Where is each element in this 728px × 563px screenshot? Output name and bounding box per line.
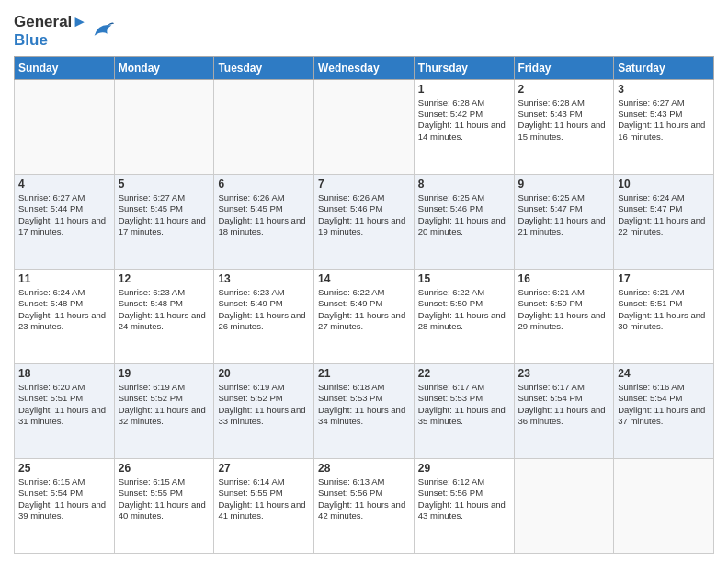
day-number: 13: [218, 272, 310, 285]
calendar-cell: [114, 79, 214, 174]
day-number: 21: [318, 367, 410, 380]
day-number: 29: [418, 462, 510, 475]
day-header-tuesday: Tuesday: [214, 56, 314, 79]
logo: General► Blue: [14, 13, 116, 51]
day-number: 15: [418, 272, 510, 285]
calendar-cell: 18Sunrise: 6:20 AM Sunset: 5:51 PM Dayli…: [15, 363, 115, 458]
calendar-cell: 4Sunrise: 6:27 AM Sunset: 5:44 PM Daylig…: [15, 174, 115, 269]
day-number: 1: [418, 83, 510, 96]
day-number: 28: [318, 462, 410, 475]
calendar-cell: [314, 79, 415, 174]
calendar-cell: 15Sunrise: 6:22 AM Sunset: 5:50 PM Dayli…: [414, 269, 514, 363]
calendar-cell: 20Sunrise: 6:19 AM Sunset: 5:52 PM Dayli…: [214, 363, 314, 458]
day-header-monday: Monday: [114, 56, 214, 79]
calendar-cell: 3Sunrise: 6:27 AM Sunset: 5:43 PM Daylig…: [614, 79, 714, 174]
day-number: 18: [18, 367, 110, 380]
calendar-cell: 23Sunrise: 6:17 AM Sunset: 5:54 PM Dayli…: [514, 363, 614, 458]
day-number: 2: [518, 83, 610, 96]
day-info: Sunrise: 6:21 AM Sunset: 5:51 PM Dayligh…: [618, 287, 710, 332]
day-header-thursday: Thursday: [414, 56, 514, 79]
calendar-cell: [214, 79, 314, 174]
week-row-1: 4Sunrise: 6:27 AM Sunset: 5:44 PM Daylig…: [15, 174, 714, 269]
calendar-header-row: SundayMondayTuesdayWednesdayThursdayFrid…: [15, 56, 714, 79]
calendar-cell: 9Sunrise: 6:25 AM Sunset: 5:47 PM Daylig…: [514, 174, 614, 269]
day-number: 6: [218, 178, 310, 190]
week-row-2: 11Sunrise: 6:24 AM Sunset: 5:48 PM Dayli…: [15, 269, 714, 363]
day-header-friday: Friday: [514, 56, 614, 79]
day-number: 26: [119, 462, 210, 475]
day-number: 20: [218, 367, 310, 380]
day-info: Sunrise: 6:20 AM Sunset: 5:51 PM Dayligh…: [18, 382, 110, 427]
day-number: 14: [318, 272, 410, 285]
day-info: Sunrise: 6:28 AM Sunset: 5:42 PM Dayligh…: [418, 98, 510, 143]
day-number: 12: [119, 272, 210, 285]
day-number: 8: [418, 178, 510, 190]
calendar-cell: 19Sunrise: 6:19 AM Sunset: 5:52 PM Dayli…: [114, 363, 214, 458]
logo-bird-icon: [90, 18, 116, 44]
calendar-cell: 13Sunrise: 6:23 AM Sunset: 5:49 PM Dayli…: [214, 269, 314, 363]
calendar-cell: [614, 458, 714, 553]
day-number: 11: [18, 272, 110, 285]
calendar-cell: 2Sunrise: 6:28 AM Sunset: 5:43 PM Daylig…: [514, 79, 614, 174]
calendar-cell: [514, 458, 614, 553]
day-info: Sunrise: 6:16 AM Sunset: 5:54 PM Dayligh…: [618, 382, 710, 427]
week-row-0: 1Sunrise: 6:28 AM Sunset: 5:42 PM Daylig…: [15, 79, 714, 174]
day-header-saturday: Saturday: [614, 56, 714, 79]
day-info: Sunrise: 6:26 AM Sunset: 5:45 PM Dayligh…: [218, 192, 310, 237]
calendar-cell: 16Sunrise: 6:21 AM Sunset: 5:50 PM Dayli…: [514, 269, 614, 363]
day-number: 25: [18, 462, 110, 475]
day-number: 23: [518, 367, 610, 380]
calendar-cell: 8Sunrise: 6:25 AM Sunset: 5:46 PM Daylig…: [414, 174, 514, 269]
day-info: Sunrise: 6:28 AM Sunset: 5:43 PM Dayligh…: [518, 98, 610, 143]
week-row-3: 18Sunrise: 6:20 AM Sunset: 5:51 PM Dayli…: [15, 363, 714, 458]
day-number: 17: [618, 272, 710, 285]
day-info: Sunrise: 6:27 AM Sunset: 5:43 PM Dayligh…: [618, 98, 710, 143]
calendar-cell: 10Sunrise: 6:24 AM Sunset: 5:47 PM Dayli…: [614, 174, 714, 269]
day-info: Sunrise: 6:14 AM Sunset: 5:55 PM Dayligh…: [218, 477, 310, 522]
day-info: Sunrise: 6:27 AM Sunset: 5:45 PM Dayligh…: [119, 192, 210, 237]
day-info: Sunrise: 6:19 AM Sunset: 5:52 PM Dayligh…: [218, 382, 310, 427]
calendar-cell: 21Sunrise: 6:18 AM Sunset: 5:53 PM Dayli…: [314, 363, 415, 458]
day-info: Sunrise: 6:24 AM Sunset: 5:48 PM Dayligh…: [18, 287, 110, 332]
day-info: Sunrise: 6:21 AM Sunset: 5:50 PM Dayligh…: [518, 287, 610, 332]
day-info: Sunrise: 6:13 AM Sunset: 5:56 PM Dayligh…: [318, 477, 410, 522]
day-number: 7: [318, 178, 410, 190]
calendar-cell: 25Sunrise: 6:15 AM Sunset: 5:54 PM Dayli…: [15, 458, 115, 553]
logo-text: General► Blue: [14, 13, 87, 51]
calendar-cell: 22Sunrise: 6:17 AM Sunset: 5:53 PM Dayli…: [414, 363, 514, 458]
day-info: Sunrise: 6:15 AM Sunset: 5:54 PM Dayligh…: [18, 477, 110, 522]
day-info: Sunrise: 6:25 AM Sunset: 5:46 PM Dayligh…: [418, 192, 510, 237]
calendar: SundayMondayTuesdayWednesdayThursdayFrid…: [14, 56, 714, 554]
calendar-cell: 14Sunrise: 6:22 AM Sunset: 5:49 PM Dayli…: [314, 269, 415, 363]
week-row-4: 25Sunrise: 6:15 AM Sunset: 5:54 PM Dayli…: [15, 458, 714, 553]
day-info: Sunrise: 6:17 AM Sunset: 5:54 PM Dayligh…: [518, 382, 610, 427]
day-number: 3: [618, 83, 710, 96]
day-number: 5: [119, 178, 210, 190]
day-number: 4: [18, 178, 110, 190]
day-info: Sunrise: 6:22 AM Sunset: 5:49 PM Dayligh…: [318, 287, 410, 332]
calendar-cell: 17Sunrise: 6:21 AM Sunset: 5:51 PM Dayli…: [614, 269, 714, 363]
day-number: 19: [119, 367, 210, 380]
day-info: Sunrise: 6:23 AM Sunset: 5:49 PM Dayligh…: [218, 287, 310, 332]
day-info: Sunrise: 6:19 AM Sunset: 5:52 PM Dayligh…: [119, 382, 210, 427]
calendar-cell: 1Sunrise: 6:28 AM Sunset: 5:42 PM Daylig…: [414, 79, 514, 174]
day-info: Sunrise: 6:23 AM Sunset: 5:48 PM Dayligh…: [119, 287, 210, 332]
calendar-cell: 26Sunrise: 6:15 AM Sunset: 5:55 PM Dayli…: [114, 458, 214, 553]
day-info: Sunrise: 6:15 AM Sunset: 5:55 PM Dayligh…: [119, 477, 210, 522]
day-number: 24: [618, 367, 710, 380]
day-info: Sunrise: 6:18 AM Sunset: 5:53 PM Dayligh…: [318, 382, 410, 427]
day-number: 27: [218, 462, 310, 475]
calendar-cell: 12Sunrise: 6:23 AM Sunset: 5:48 PM Dayli…: [114, 269, 214, 363]
day-number: 10: [618, 178, 710, 190]
day-info: Sunrise: 6:27 AM Sunset: 5:44 PM Dayligh…: [18, 192, 110, 237]
calendar-cell: [15, 79, 115, 174]
calendar-cell: 7Sunrise: 6:26 AM Sunset: 5:46 PM Daylig…: [314, 174, 415, 269]
day-info: Sunrise: 6:24 AM Sunset: 5:47 PM Dayligh…: [618, 192, 710, 237]
calendar-cell: 27Sunrise: 6:14 AM Sunset: 5:55 PM Dayli…: [214, 458, 314, 553]
calendar-cell: 29Sunrise: 6:12 AM Sunset: 5:56 PM Dayli…: [414, 458, 514, 553]
day-info: Sunrise: 6:25 AM Sunset: 5:47 PM Dayligh…: [518, 192, 610, 237]
calendar-cell: 5Sunrise: 6:27 AM Sunset: 5:45 PM Daylig…: [114, 174, 214, 269]
day-info: Sunrise: 6:17 AM Sunset: 5:53 PM Dayligh…: [418, 382, 510, 427]
day-info: Sunrise: 6:26 AM Sunset: 5:46 PM Dayligh…: [318, 192, 410, 237]
day-number: 9: [518, 178, 610, 190]
